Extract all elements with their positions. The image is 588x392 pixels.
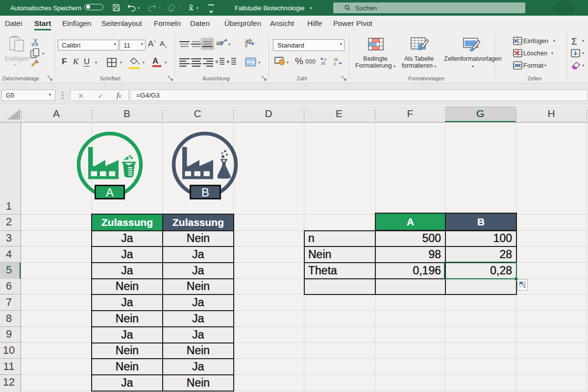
svg-text:,00: ,00 [333, 58, 338, 61]
svg-text:,00: ,00 [320, 62, 325, 65]
svg-text:,0: ,0 [323, 58, 326, 61]
svg-text:,0: ,0 [333, 62, 336, 66]
